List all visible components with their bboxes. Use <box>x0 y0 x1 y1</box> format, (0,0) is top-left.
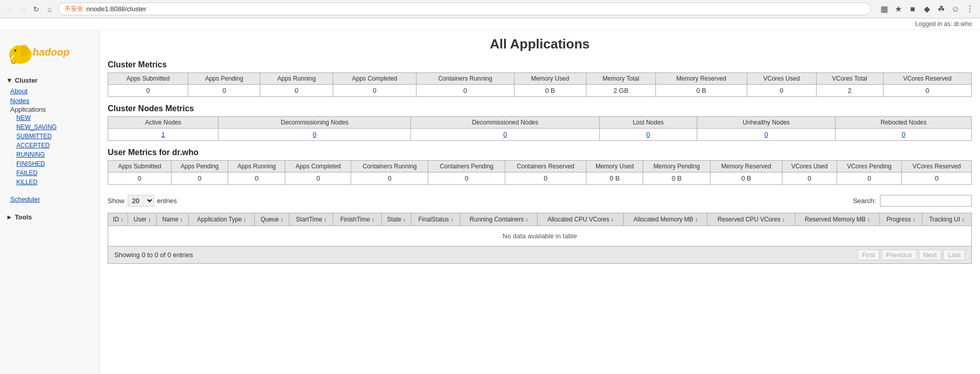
cm-header-vcores-reserved: VCores Reserved <box>883 73 971 85</box>
sidebar-item-submitted[interactable]: SUBMITTED <box>0 132 99 141</box>
dt-col-reserved-cpu[interactable]: Reserved CPU VCores ↕ <box>707 213 795 226</box>
menu-icon[interactable]: ⋮ <box>965 4 975 14</box>
address-bar[interactable]: 不安全 nnode1:8088/cluster <box>58 3 871 15</box>
account-icon[interactable]: ☺ <box>950 4 961 14</box>
cast-icon[interactable]: ▦ <box>879 4 889 14</box>
sidebar-item-failed[interactable]: FAILED <box>0 168 99 178</box>
cn-val-decommissioned[interactable]: 0 <box>411 129 600 141</box>
show-label: Show <box>108 197 125 205</box>
home-button[interactable]: ⌂ <box>45 5 54 14</box>
cm-val-containers-running: 0 <box>416 85 514 97</box>
sidebar-item-scheduler[interactable]: Scheduler <box>0 194 99 204</box>
security-warning: 不安全 <box>65 5 83 13</box>
sidebar-item-finished[interactable]: FINISHED <box>0 159 99 168</box>
extensions-icon[interactable]: ◆ <box>922 4 932 14</box>
cluster-arrow-icon: ▼ <box>6 77 13 84</box>
cn-val-unhealthy[interactable]: 0 <box>697 129 836 141</box>
dt-col-name[interactable]: Name ↕ <box>156 213 188 226</box>
dt-col-progress[interactable]: Progress ↕ <box>880 213 922 226</box>
cn-link-unhealthy[interactable]: 0 <box>764 131 768 138</box>
cn-val-decommissioning[interactable]: 0 <box>218 129 411 141</box>
dt-col-app-type[interactable]: Application Type ↕ <box>188 213 254 226</box>
data-table: ID ↕ User ↕ Name ↕ Application Type ↕ <box>108 213 972 246</box>
um-header-11: VCores Pending <box>837 161 901 172</box>
url-text: nnode1:8088/cluster <box>86 5 146 13</box>
cn-val-rebooted[interactable]: 0 <box>836 129 972 141</box>
dt-col-user[interactable]: User ↕ <box>128 213 156 226</box>
sort-icon-progress: ↕ <box>913 217 915 222</box>
sidebar-item-running[interactable]: RUNNING <box>0 150 99 159</box>
dt-col-finish-time[interactable]: FinishTime ↕ <box>333 213 381 226</box>
browser-actions: ▦ ★ ■ ◆ ☘ ☺ ⋮ <box>879 4 975 14</box>
dt-col-final-status[interactable]: FinalStatus ↕ <box>411 213 460 226</box>
um-header-3: Apps Completed <box>285 161 351 172</box>
sidebar-tools-section[interactable]: ► Tools <box>0 210 99 224</box>
cn-link-decommissioning[interactable]: 0 <box>313 131 316 138</box>
tools-label: Tools <box>15 213 32 221</box>
user-metrics-title: User Metrics for dr.who <box>108 148 972 157</box>
cm-header-vcores-total: VCores Total <box>816 73 883 85</box>
reload-button[interactable]: ↻ <box>32 5 41 14</box>
forward-button[interactable]: → <box>18 5 28 14</box>
search-label: Search: <box>853 197 876 205</box>
cm-header-memory-total: Memory Total <box>586 73 655 85</box>
sidebar-item-new[interactable]: NEW <box>0 113 99 122</box>
sort-icon-alloc-mem: ↕ <box>695 217 698 222</box>
um-val-10: 0 <box>782 172 837 185</box>
cn-link-decommissioned[interactable]: 0 <box>503 131 507 138</box>
svg-point-2 <box>14 49 16 52</box>
sidebar-item-new-saving[interactable]: NEW_SAVING <box>0 122 99 132</box>
um-header-9: Memory Reserved <box>710 161 782 172</box>
cluster-metrics-table: Apps Submitted Apps Pending Apps Running… <box>108 72 972 97</box>
cn-val-lost[interactable]: 0 <box>600 129 697 141</box>
cm-val-memory-reserved: 0 B <box>656 85 747 97</box>
sidebar-applications-header: Applications <box>0 105 56 114</box>
dt-col-tracking-ui[interactable]: Tracking UI ↕ <box>922 213 971 226</box>
entries-select[interactable]: 10 20 50 100 <box>128 195 154 207</box>
um-val-7: 0 B <box>586 172 643 185</box>
dt-col-start-time[interactable]: StartTime ↕ <box>289 213 333 226</box>
cluster-header[interactable]: ▼ Cluster <box>0 74 99 86</box>
dt-col-id[interactable]: ID ↕ <box>108 213 128 226</box>
hadoop-logo: hadoop <box>0 35 99 72</box>
sidebar-item-killed[interactable]: KILLED <box>0 178 99 187</box>
um-val-3: 0 <box>285 172 351 185</box>
dt-col-state[interactable]: State ↕ <box>381 213 411 226</box>
cm-header-memory-used: Memory Used <box>514 73 586 85</box>
um-header-12: VCores Reserved <box>902 161 972 172</box>
dt-col-alloc-cpu[interactable]: Allocated CPU VCores ↕ <box>537 213 624 226</box>
first-button[interactable]: First <box>857 250 879 260</box>
cm-header-apps-completed: Apps Completed <box>333 73 416 85</box>
sidebar-item-about[interactable]: About <box>0 86 99 96</box>
dt-col-reserved-mem[interactable]: Reserved Memory MB ↕ <box>795 213 880 226</box>
cm-header-containers-running: Containers Running <box>416 73 514 85</box>
search-input[interactable] <box>880 195 972 207</box>
cm-header-apps-pending: Apps Pending <box>188 73 260 85</box>
dt-col-alloc-mem[interactable]: Allocated Memory MB ↕ <box>624 213 707 226</box>
page-info: Showing 0 to 0 of 0 entries <box>114 251 193 259</box>
cn-link-rebooted[interactable]: 0 <box>902 131 905 138</box>
sort-icon-id: ↕ <box>120 217 123 222</box>
puzzle-icon[interactable]: ☘ <box>936 4 946 14</box>
profile-icon[interactable]: ■ <box>908 4 918 14</box>
cn-val-active[interactable]: 1 <box>108 129 218 141</box>
page-title: All Applications <box>108 36 972 52</box>
um-header-0: Apps Submitted <box>108 161 172 172</box>
sort-icon-app-type: ↕ <box>243 217 246 222</box>
sidebar-item-accepted[interactable]: ACCEPTED <box>0 141 99 150</box>
dt-col-running-containers[interactable]: Running Containers ↕ <box>460 213 537 226</box>
cn-link-lost[interactable]: 0 <box>646 131 650 138</box>
dt-col-queue[interactable]: Queue ↕ <box>255 213 289 226</box>
cluster-metrics-title: Cluster Metrics <box>108 60 972 69</box>
sort-icon-reserved-mem: ↕ <box>867 217 870 222</box>
cn-link-active[interactable]: 1 <box>161 131 165 138</box>
no-data-row: No data available in table <box>108 226 972 246</box>
back-button[interactable]: ← <box>5 5 14 14</box>
last-button[interactable]: Last <box>943 250 965 260</box>
um-val-5: 0 <box>428 172 505 185</box>
cm-val-vcores-used: 0 <box>747 85 816 97</box>
um-val-4: 0 <box>351 172 428 185</box>
previous-button[interactable]: Previous <box>881 250 917 260</box>
next-button[interactable]: Next <box>919 250 942 260</box>
bookmark-icon[interactable]: ★ <box>893 4 903 14</box>
